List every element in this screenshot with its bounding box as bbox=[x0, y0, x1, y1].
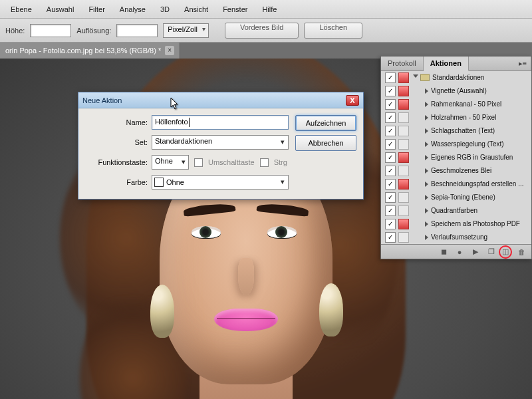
action-checkbox[interactable]: ✓ bbox=[385, 219, 396, 229]
expand-icon[interactable] bbox=[425, 155, 428, 160]
action-row[interactable]: ✓Quadrantfarben bbox=[381, 204, 531, 217]
panel-tabs: Protokoll Aktionen ▸≡ bbox=[381, 57, 531, 71]
new-action-icon[interactable]: ◫ bbox=[501, 247, 510, 257]
record-button[interactable]: Aufzeichnen bbox=[295, 115, 356, 131]
action-checkbox[interactable]: ✓ bbox=[385, 139, 396, 150]
action-row[interactable]: ✓Beschneidungspfad erstellen ... bbox=[381, 178, 531, 191]
expand-icon[interactable] bbox=[425, 168, 428, 174]
front-image-button[interactable]: Vorderes Bild bbox=[225, 23, 299, 39]
set-mode-toggle[interactable] bbox=[398, 72, 409, 83]
actions-list: ✓ Standardaktionen ✓Vignette (Auswahl)✓R… bbox=[381, 71, 531, 244]
action-checkbox[interactable]: ✓ bbox=[385, 166, 396, 176]
menu-fenster[interactable]: Fenster bbox=[216, 3, 254, 16]
action-checkbox[interactable]: ✓ bbox=[385, 99, 396, 110]
unit-dropdown[interactable]: Pixel/Zoll bbox=[163, 23, 209, 38]
actions-panel: Protokoll Aktionen ▸≡ ✓ Standardaktionen… bbox=[380, 56, 532, 259]
expand-icon[interactable] bbox=[425, 235, 428, 240]
action-label: Beschneidungspfad erstellen ... bbox=[431, 180, 531, 188]
action-mode-toggle[interactable] bbox=[398, 166, 409, 176]
new-set-icon[interactable]: ❐ bbox=[487, 247, 496, 257]
action-mode-toggle[interactable] bbox=[398, 205, 409, 216]
action-row[interactable]: ✓Vignette (Auswahl) bbox=[381, 84, 531, 98]
menu-ebene[interactable]: Ebene bbox=[4, 3, 39, 16]
action-mode-toggle[interactable] bbox=[398, 192, 409, 203]
expand-icon[interactable] bbox=[413, 74, 418, 80]
color-dropdown[interactable]: Ohne bbox=[152, 175, 289, 190]
action-mode-toggle[interactable] bbox=[398, 219, 409, 229]
menu-analyse[interactable]: Analyse bbox=[113, 3, 152, 16]
action-mode-toggle[interactable] bbox=[398, 179, 409, 190]
menu-hilfe[interactable]: Hilfe bbox=[255, 3, 283, 16]
expand-icon[interactable] bbox=[425, 142, 428, 147]
dialog-title: Neue Aktion bbox=[82, 96, 346, 104]
dialog-titlebar[interactable]: Neue Aktion X bbox=[78, 92, 363, 108]
action-checkbox[interactable]: ✓ bbox=[385, 179, 396, 190]
resolution-field[interactable] bbox=[116, 24, 158, 37]
action-checkbox[interactable]: ✓ bbox=[385, 112, 396, 123]
expand-icon[interactable] bbox=[425, 182, 428, 187]
action-row[interactable]: ✓Eigenes RGB in Graustufen bbox=[381, 151, 531, 164]
ctrl-checkbox[interactable] bbox=[260, 158, 269, 167]
action-row[interactable]: ✓Schlagschatten (Text) bbox=[381, 124, 531, 138]
action-row[interactable]: ✓Holzrahmen - 50 Pixel bbox=[381, 111, 531, 124]
document-tab[interactable]: orin Popa - Fotolia.com.jpg bei 53,8% (R… bbox=[0, 43, 180, 59]
shift-checkbox[interactable] bbox=[194, 158, 203, 167]
expand-icon[interactable] bbox=[425, 88, 428, 94]
action-row[interactable]: ✓Rahmenkanal - 50 Pixel bbox=[381, 98, 531, 111]
action-checkbox[interactable]: ✓ bbox=[385, 126, 396, 136]
tab-aktionen[interactable]: Aktionen bbox=[424, 57, 469, 71]
action-mode-toggle[interactable] bbox=[398, 126, 409, 136]
close-icon[interactable]: X bbox=[346, 95, 359, 106]
delete-button[interactable]: Löschen bbox=[304, 23, 362, 39]
action-mode-toggle[interactable] bbox=[398, 232, 409, 243]
action-label: Quadrantfarben bbox=[431, 207, 531, 214]
menu-ansicht[interactable]: Ansicht bbox=[178, 3, 215, 16]
action-row[interactable]: ✓Geschmolzenes Blei bbox=[381, 164, 531, 178]
expand-icon[interactable] bbox=[425, 208, 428, 213]
action-label: Vignette (Auswahl) bbox=[431, 87, 531, 94]
height-field[interactable] bbox=[30, 24, 71, 37]
action-mode-toggle[interactable] bbox=[398, 99, 409, 110]
action-row[interactable]: ✓Verlaufsumsetzung bbox=[381, 231, 531, 244]
color-label: Farbe: bbox=[85, 178, 148, 186]
action-mode-toggle[interactable] bbox=[398, 86, 409, 96]
record-icon[interactable]: ● bbox=[455, 247, 464, 257]
action-checkbox[interactable]: ✓ bbox=[385, 86, 396, 96]
action-checkbox[interactable]: ✓ bbox=[385, 205, 396, 216]
action-mode-toggle[interactable] bbox=[398, 152, 409, 163]
stop-icon[interactable]: ◼ bbox=[439, 247, 448, 257]
document-tab-label: orin Popa - Fotolia.com.jpg bei 53,8% (R… bbox=[5, 47, 161, 55]
expand-icon[interactable] bbox=[425, 102, 428, 107]
menu-bar: Ebene Auswahl Filter Analyse 3D Ansicht … bbox=[0, 0, 532, 19]
action-checkbox[interactable]: ✓ bbox=[385, 232, 396, 243]
action-row[interactable]: ✓Sepia-Toning (Ebene) bbox=[381, 191, 531, 204]
menu-auswahl[interactable]: Auswahl bbox=[40, 3, 81, 16]
trash-icon[interactable]: 🗑 bbox=[517, 247, 526, 257]
action-set-row[interactable]: ✓ Standardaktionen bbox=[381, 71, 531, 84]
tab-protokoll[interactable]: Protokoll bbox=[381, 57, 424, 70]
play-icon[interactable]: ▶ bbox=[471, 247, 480, 257]
expand-icon[interactable] bbox=[425, 195, 428, 200]
set-dropdown[interactable]: Standardaktionen bbox=[152, 135, 289, 150]
action-checkbox[interactable]: ✓ bbox=[385, 192, 396, 203]
action-row[interactable]: ✓Wasserspiegelung (Text) bbox=[381, 138, 531, 151]
name-label: Name: bbox=[85, 118, 148, 126]
panel-menu-icon[interactable]: ▸≡ bbox=[515, 57, 531, 70]
menu-3d[interactable]: 3D bbox=[154, 3, 176, 16]
cancel-button[interactable]: Abbrechen bbox=[295, 135, 356, 151]
fkey-dropdown[interactable]: Ohne bbox=[152, 155, 189, 170]
expand-icon[interactable] bbox=[425, 128, 428, 134]
set-checkbox[interactable]: ✓ bbox=[385, 72, 396, 83]
action-mode-toggle[interactable] bbox=[398, 112, 409, 123]
close-tab-icon[interactable]: × bbox=[165, 46, 174, 55]
name-input[interactable]: Höllenfoto bbox=[152, 115, 289, 130]
action-mode-toggle[interactable] bbox=[398, 139, 409, 150]
menu-filter[interactable]: Filter bbox=[82, 3, 111, 16]
expand-icon[interactable] bbox=[425, 221, 428, 227]
action-label: Eigenes RGB in Graustufen bbox=[431, 154, 531, 161]
action-row[interactable]: ✓Speichern als Photoshop PDF bbox=[381, 217, 531, 231]
new-action-highlight: ◫ bbox=[499, 245, 512, 259]
resolution-label: Auflösung: bbox=[76, 27, 111, 35]
action-checkbox[interactable]: ✓ bbox=[385, 152, 396, 163]
expand-icon[interactable] bbox=[425, 115, 428, 120]
